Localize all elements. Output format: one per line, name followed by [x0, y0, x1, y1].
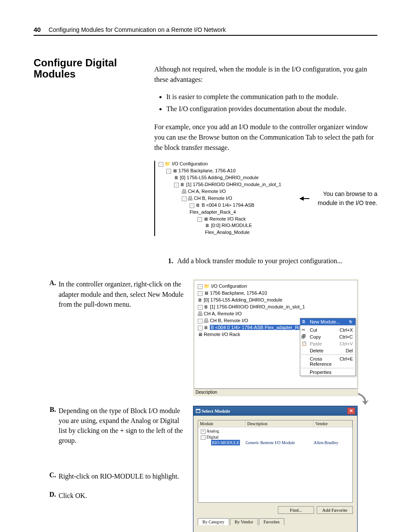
callout: You can browse to a module in the I/O tr…: [300, 190, 377, 208]
menu-new-module[interactable]: 🗎New Module...🖰: [300, 318, 355, 325]
substep-text: Right-click on RIO-MODULE to highlight.: [59, 471, 179, 481]
step-1: 1. Add a block transfer module to your p…: [154, 256, 377, 266]
substep-text: In the controller organizer, right-click…: [59, 279, 184, 309]
row-digital[interactable]: Digital: [207, 435, 219, 439]
row-rio-module[interactable]: RIO-MODULE Generic Remote I/O Module All…: [198, 440, 352, 445]
step-number: 1.: [154, 256, 176, 266]
example-text: For example, once you add an I/O module …: [154, 122, 377, 153]
tab-favorites[interactable]: Favorites: [259, 518, 284, 525]
substep-letter: C.: [34, 471, 59, 481]
menu-copy[interactable]: 🗐CopyCtrl+C: [300, 333, 355, 340]
page-number: 40: [34, 26, 41, 33]
arrow-icon: [356, 392, 369, 405]
list-item: The I/O configuration provides documenta…: [166, 104, 377, 114]
chapter-title: Configuring Modules for Communication on…: [49, 26, 226, 33]
close-icon[interactable]: ✕: [347, 408, 355, 414]
advantage-list: It is easier to complete the communicati…: [154, 92, 377, 114]
callout-text: You can browse to a module in the I/O tr…: [313, 190, 377, 208]
tab-by-vendor[interactable]: By Vendor: [230, 518, 258, 525]
list-item: It is easier to complete the communicati…: [166, 92, 377, 102]
substep-letter: D.: [34, 491, 59, 501]
substep-letter: A.: [34, 279, 59, 309]
io-tree-figure: - 📁 I/O Configuration - 🖥 1756 Backplane…: [154, 161, 283, 236]
col-description[interactable]: Description: [246, 420, 314, 427]
menu-properties[interactable]: Properties: [300, 369, 355, 376]
tab-by-category[interactable]: By Category: [198, 518, 229, 525]
select-module-dialog: 🗔 Select Module ✕ Module Description Ven…: [193, 406, 358, 532]
context-menu: 🗎New Module...🖰 ✂CutCtrl+X 🗐CopyCtrl+C 📋…: [300, 318, 356, 376]
col-module[interactable]: Module: [198, 420, 246, 427]
menu-cross-reference[interactable]: Cross ReferenceCtrl+E: [300, 355, 355, 367]
module-list[interactable]: Module Description Vendor + Analog - Dig…: [198, 420, 353, 503]
add-favorite-button[interactable]: Add Favorite: [317, 506, 353, 514]
find-button[interactable]: Find...: [278, 506, 314, 514]
substep-text: Click OK.: [59, 491, 87, 501]
step-text: Add a block transfer module to your proj…: [177, 257, 342, 264]
menu-delete[interactable]: DeleteDel: [300, 347, 355, 354]
dialog-title: Select Module: [202, 408, 230, 414]
menu-cut[interactable]: ✂CutCtrl+X: [300, 327, 355, 333]
intro-text: Although not required, when the module i…: [154, 64, 377, 85]
arrow-icon: [300, 198, 309, 199]
col-vendor[interactable]: Vendor: [314, 420, 352, 427]
row-analog[interactable]: Analog: [206, 429, 219, 433]
menu-paste[interactable]: 📋PasteCtrl+V: [300, 340, 355, 347]
screenshot-context-menu: - 📁 I/O Configuration - 🖥 1756 Backplane…: [193, 279, 358, 396]
substep-text: Depending on the type of Block I/O modul…: [59, 406, 184, 446]
substep-letter: B.: [34, 406, 59, 446]
page-header: 40 Configuring Modules for Communication…: [34, 26, 377, 36]
section-heading: Configure Digital Modules: [34, 57, 146, 266]
